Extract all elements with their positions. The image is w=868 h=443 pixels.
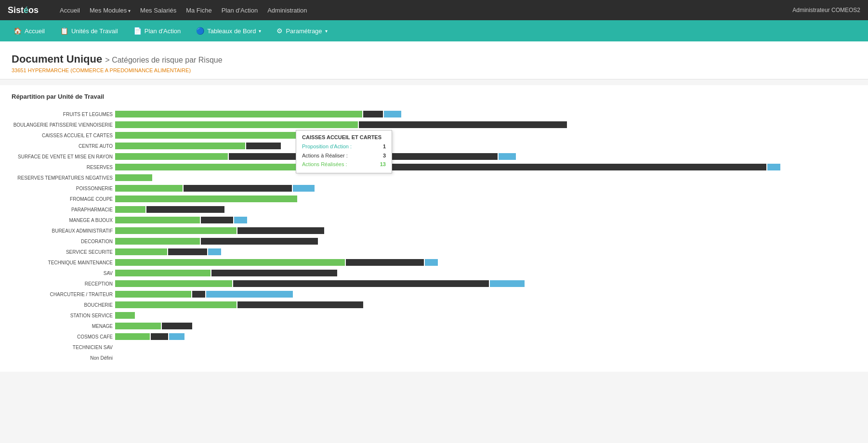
chart-row-bars: [115, 270, 337, 276]
bar-green: [115, 259, 345, 266]
bar-blue: [293, 185, 315, 192]
chart-row-bars: [115, 143, 281, 149]
tooltip-title: CAISSES ACCUEIL ET CARTES: [302, 134, 386, 140]
chart-row-bars: [115, 185, 315, 192]
chart-row-bars: [115, 312, 135, 319]
bar-green: [115, 248, 167, 255]
chart-row: MENAGE: [115, 322, 856, 330]
bar-green: [115, 206, 145, 213]
chart-row-label: POISSONNERIE: [12, 186, 113, 191]
plan-icon: 📄: [133, 27, 142, 35]
chart-row: MANEGE A BIJOUX: [115, 216, 856, 224]
nav-ma-fiche[interactable]: Ma Fiche: [186, 7, 211, 14]
chart-row-label: TECHNICIEN SAV: [12, 345, 113, 350]
bar-green: [115, 143, 245, 149]
bar-dark: [237, 301, 363, 308]
chart-row: POISSONNERIE: [115, 184, 856, 193]
chart-row: FROMAGE COUPE: [115, 195, 856, 203]
nav-administration[interactable]: Administration: [267, 7, 307, 14]
bar-dark: [359, 121, 567, 128]
tooltip-label-3: Actions Réalisées :: [302, 160, 347, 169]
chart-row-label: SAV: [12, 271, 113, 276]
bar-green: [115, 153, 228, 160]
chart-row-label: MANEGE A BIJOUX: [12, 218, 113, 223]
chart-row-label: SURFACE DE VENTE ET MISE EN RAYON: [12, 154, 113, 159]
bar-blue: [490, 280, 525, 287]
chart-row-bars: [115, 323, 192, 329]
bar-dark: [201, 238, 318, 245]
tooltip-value-2: 3: [383, 151, 386, 160]
bar-green: [115, 195, 297, 202]
tooltip: CAISSES ACCUEIL ET CARTES Proposition d'…: [296, 130, 392, 173]
page-title: Document Unique > Catégories de risque p…: [12, 53, 856, 65]
chart-row-label: FROMAGE COUPE: [12, 196, 113, 202]
chart-title: Répartition par Unité de Travail: [12, 93, 856, 100]
bar-dark: [385, 164, 766, 170]
chart-row-label: DECORATION: [12, 239, 113, 244]
bar-green: [115, 238, 200, 245]
chart-row-bars: [115, 333, 184, 340]
page-header: Document Unique > Catégories de risque p…: [0, 41, 868, 79]
subnav-accueil[interactable]: 🏠 Accueil: [8, 20, 51, 41]
chart-row-bars: [115, 174, 152, 181]
bar-blue: [169, 333, 184, 340]
chart-row-bars: [115, 291, 293, 298]
chart-row: TECHNICIEN SAV: [115, 343, 856, 352]
chart-row: BOUCHERIE: [115, 300, 856, 309]
nav-plan-action[interactable]: Plan d'Action: [222, 7, 258, 14]
chart-row-label: COSMOS CAFE: [12, 334, 113, 339]
chart-row-label: BUREAUX ADMINISTRATIF: [12, 228, 113, 234]
nav-mes-salaries[interactable]: Mes Salariés: [140, 7, 176, 14]
bar-green: [115, 174, 152, 181]
bar-green: [115, 185, 183, 192]
bar-green: [115, 132, 306, 139]
chart-row: BOULANGERIE PATISSERIE VIENNOISERIE: [115, 120, 856, 129]
bar-dark: [184, 185, 292, 192]
tooltip-label-1: Proposition d'Action :: [302, 142, 352, 151]
chart-row: Non Défini: [115, 353, 856, 362]
tooltip-value-3: 13: [380, 160, 386, 169]
chart-row: SERVICE SECURITE: [115, 248, 856, 256]
chart-row-label: BOULANGERIE PATISSERIE VIENNOISERIE: [12, 122, 113, 128]
bar-dark: [201, 217, 234, 223]
nav-mes-modules[interactable]: Mes Modules: [90, 7, 131, 14]
bar-dark: [151, 333, 168, 340]
chart-row: COSMOS CAFE: [115, 332, 856, 341]
chart-row-label: MENAGE: [12, 324, 113, 329]
bar-green: [115, 291, 191, 298]
chart-row-label: SERVICE SECURITE: [12, 249, 113, 255]
chart-container: CAISSES ACCUEIL ET CARTES Proposition d'…: [12, 110, 856, 362]
chart-row-bars: [115, 121, 567, 128]
tooltip-label-2: Actions à Réaliser :: [302, 151, 348, 160]
bar-green: [115, 227, 237, 234]
logo: Sistéos: [8, 5, 39, 15]
bar-blue: [499, 153, 516, 160]
chart-row-bars: [115, 259, 438, 266]
bar-green: [115, 301, 237, 308]
nav-accueil[interactable]: Accueil: [60, 7, 80, 14]
chart-row-bars: [115, 217, 247, 223]
bar-blue: [206, 291, 293, 298]
bar-blue: [384, 111, 401, 117]
subnav-parametrage[interactable]: ⚙ Paramétrage: [271, 20, 333, 41]
chart-row: BUREAUX ADMINISTRATIF: [115, 226, 856, 235]
chart-row: RESERVES TEMPERATURES NEGATIVES: [115, 173, 856, 182]
bar-green: [115, 111, 362, 117]
subnav-unites-travail[interactable]: 📋 Unités de Travail: [54, 20, 124, 41]
bar-green: [115, 312, 135, 319]
chart-row-bars: [115, 238, 318, 245]
bar-green: [115, 280, 232, 287]
chart-row: STATION SERVICE: [115, 311, 856, 320]
bar-dark: [146, 206, 224, 213]
chart-row-bars: [115, 195, 297, 202]
chart-row: DECORATION: [115, 237, 856, 246]
chart-row: CENTRE AUTO: [115, 142, 856, 150]
subnav-plan-action[interactable]: 📄 Plan d'Action: [128, 20, 186, 41]
chart-row: SAV: [115, 269, 856, 277]
chart-row: PARAPHARMACIE: [115, 205, 856, 214]
page-subtitle: 33651 HYPERMARCHE (COMMERCE A PREDOMINAN…: [12, 67, 856, 73]
bar-blue: [767, 164, 780, 170]
subnav-tableaux-bord[interactable]: 🔵 Tableaux de Bord: [190, 20, 267, 41]
bar-blue: [425, 259, 438, 266]
chart-row-label: TECHNIQUE MAINTENANCE: [12, 260, 113, 265]
